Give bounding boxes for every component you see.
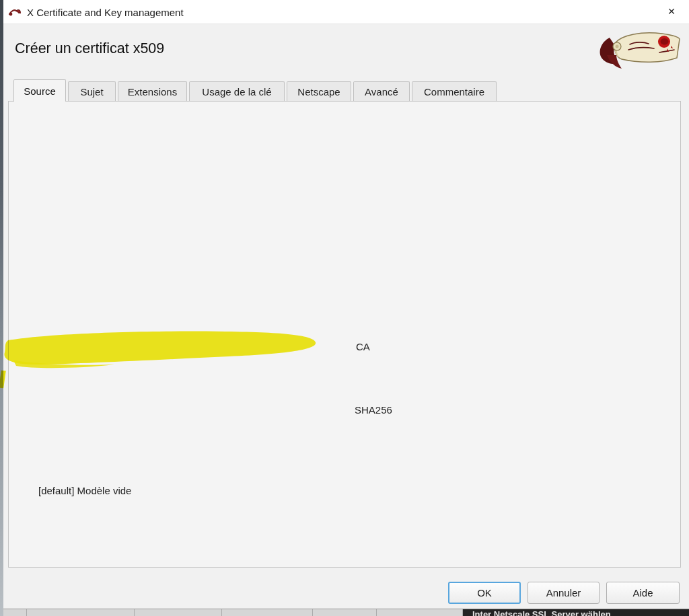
ok-button[interactable]: OK: [448, 582, 521, 604]
window-title: X Certificate and Key management: [27, 0, 184, 24]
tab-avance[interactable]: Avancé: [353, 81, 410, 101]
yellow-highlight-fleck: [0, 371, 6, 389]
background-statusbar-text: Inter Netscale SSL Server wählen: [463, 609, 689, 616]
background-window-strip: Inter Netscale SSL Server wählen: [0, 609, 689, 616]
tab-panel: [8, 101, 681, 568]
app-icon: [8, 6, 23, 18]
titlebar: X Certificate and Key management ×: [0, 0, 689, 24]
tab-commentaire[interactable]: Commentaire: [412, 81, 497, 101]
page-title: Créer un certificat x509: [15, 40, 164, 57]
help-button[interactable]: Aide: [606, 582, 680, 604]
tab-extensions[interactable]: Extensions: [118, 81, 187, 101]
xca-logo-scroll-icon: [595, 28, 685, 73]
background-window-edge: [0, 0, 3, 616]
cancel-button[interactable]: Annuler: [528, 582, 600, 604]
tab-sujet[interactable]: Sujet: [68, 81, 116, 101]
close-button[interactable]: ×: [658, 1, 685, 22]
tab-source[interactable]: Source: [13, 79, 66, 102]
tab-usage-de-la-cle[interactable]: Usage de la clé: [189, 81, 285, 101]
tab-netscape[interactable]: Netscape: [287, 81, 351, 101]
